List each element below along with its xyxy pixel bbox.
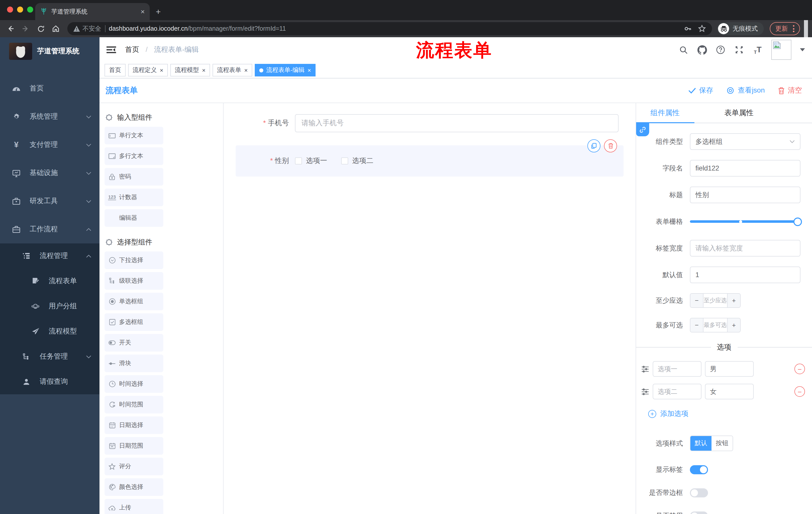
sidebar-item-payment[interactable]: ¥ 支付管理: [0, 131, 99, 159]
view-json-button[interactable]: 查看json: [726, 86, 765, 95]
component-item-switch[interactable]: 开关: [105, 334, 163, 352]
tag-process-model[interactable]: 流程模型×: [170, 64, 210, 77]
phone-input[interactable]: 请输入手机号: [295, 114, 618, 132]
increase-button[interactable]: +: [728, 318, 740, 332]
component-item-cascader[interactable]: 级联选择: [105, 272, 163, 290]
component-item-dropdown[interactable]: 下拉选择: [105, 251, 163, 269]
font-size-icon[interactable]: TT: [753, 45, 763, 55]
tag-process-form-edit[interactable]: 流程表单-编辑×: [255, 64, 316, 77]
gender-option-1[interactable]: 选项一: [295, 156, 327, 165]
increase-button[interactable]: +: [728, 294, 740, 307]
avatar[interactable]: [771, 40, 791, 60]
sidebar-item-task-mgmt[interactable]: 任务管理: [0, 344, 99, 369]
style-default-button[interactable]: 默认: [690, 436, 712, 451]
forward-icon[interactable]: [19, 22, 32, 35]
sidebar-item-system[interactable]: 系统管理: [0, 103, 99, 131]
sidebar-logo[interactable]: 芋道管理系统: [0, 37, 99, 65]
option-value-input[interactable]: 女: [705, 384, 754, 399]
remove-option-button[interactable]: −: [794, 363, 805, 374]
window-controls[interactable]: [7, 6, 33, 12]
close-icon[interactable]: ×: [244, 66, 248, 74]
search-icon[interactable]: [678, 45, 688, 55]
github-icon[interactable]: [697, 45, 707, 55]
sidebar-item-user-group[interactable]: 用户分组: [0, 294, 99, 319]
component-item-upload[interactable]: 上传: [105, 499, 163, 514]
component-item-time-range[interactable]: 时间范围: [105, 396, 163, 413]
close-window-button[interactable]: [7, 6, 13, 12]
component-item-multi-text[interactable]: 多行文本: [105, 147, 163, 165]
component-item-single-text[interactable]: 单行文本: [105, 127, 163, 144]
component-item-time-picker[interactable]: 时间选择: [105, 375, 163, 393]
border-switch[interactable]: [690, 488, 708, 497]
component-type-select[interactable]: 多选框组: [690, 133, 801, 150]
tab-form-props[interactable]: 表单属性: [710, 103, 768, 123]
component-item-editor[interactable]: 编辑器: [105, 209, 163, 227]
decrease-button[interactable]: −: [690, 318, 703, 332]
address-bar[interactable]: 不安全 dashboard.yudao.iocoder.cn/bpm/manag…: [67, 22, 712, 35]
option-label-input[interactable]: 选项二: [653, 384, 701, 399]
component-item-date-range[interactable]: 日期范围: [105, 437, 163, 455]
component-item-counter[interactable]: 123 计数器: [105, 189, 163, 206]
close-icon[interactable]: ×: [160, 66, 163, 74]
decrease-button[interactable]: −: [690, 294, 703, 307]
checkbox-icon[interactable]: [341, 157, 348, 164]
title-input[interactable]: 性别: [690, 187, 801, 203]
sidebar-item-devtools[interactable]: 研发工具: [0, 187, 99, 215]
new-tab-button[interactable]: +: [156, 7, 161, 17]
gender-option-2[interactable]: 选项二: [341, 156, 373, 165]
disabled-switch[interactable]: [690, 512, 708, 514]
drag-handle-icon[interactable]: [641, 388, 649, 395]
default-value-input[interactable]: 1: [690, 267, 801, 283]
maximize-window-button[interactable]: [27, 6, 33, 12]
form-canvas[interactable]: 手机号 请输入手机号 性别 选项一: [224, 103, 636, 514]
checkbox-icon[interactable]: [295, 157, 302, 164]
save-button[interactable]: 保存: [689, 86, 713, 95]
canvas-field-gender-selected[interactable]: 性别 选项一 选项二: [236, 145, 624, 177]
sidebar-item-workflow[interactable]: 工作流程: [0, 215, 99, 243]
clear-button[interactable]: 清空: [778, 86, 802, 95]
drag-handle-icon[interactable]: [641, 366, 649, 373]
max-select-input[interactable]: 最多可选: [703, 318, 728, 332]
home-icon[interactable]: [49, 22, 62, 35]
bookmark-star-icon[interactable]: [698, 25, 706, 33]
security-warning[interactable]: 不安全: [74, 24, 101, 33]
form-grid-slider[interactable]: [690, 220, 798, 223]
slider-handle[interactable]: [793, 217, 802, 226]
minimize-window-button[interactable]: [17, 6, 23, 12]
avatar-caret-icon[interactable]: [800, 48, 805, 51]
close-icon[interactable]: ×: [202, 66, 205, 74]
breadcrumb-home[interactable]: 首页: [125, 45, 139, 53]
component-item-color-picker[interactable]: 颜色选择: [105, 478, 163, 496]
browser-tab[interactable]: 芋道管理系统 ×: [35, 3, 150, 20]
show-label-switch[interactable]: [690, 465, 708, 474]
duplicate-component-button[interactable]: [587, 139, 601, 153]
field-name-input[interactable]: field122: [690, 160, 801, 177]
sidebar-item-home[interactable]: 首页: [0, 75, 99, 103]
key-icon[interactable]: [684, 25, 692, 33]
option-value-input[interactable]: 男: [705, 361, 754, 377]
component-item-radio-group[interactable]: 单选框组: [105, 293, 163, 310]
component-item-date-picker[interactable]: 日期选择: [105, 416, 163, 434]
tag-home[interactable]: 首页: [105, 64, 126, 77]
tag-process-definition[interactable]: 流程定义×: [128, 64, 168, 77]
min-select-input[interactable]: 至少应选: [703, 294, 728, 307]
fullscreen-icon[interactable]: [734, 45, 744, 55]
help-icon[interactable]: [716, 45, 726, 55]
sidebar-item-process-mgmt[interactable]: 流程管理: [0, 243, 99, 269]
tab-component-props[interactable]: 组件属性: [636, 103, 694, 123]
link-drawer-handle[interactable]: [636, 123, 649, 136]
browser-update-button[interactable]: 更新: [770, 22, 800, 35]
delete-component-button[interactable]: [604, 139, 617, 153]
style-button-button[interactable]: 按钮: [712, 436, 733, 451]
reload-icon[interactable]: [34, 22, 47, 35]
add-option-button[interactable]: + 添加选项: [648, 409, 812, 418]
sidebar-item-infra[interactable]: 基础设施: [0, 159, 99, 187]
tag-process-form[interactable]: 流程表单×: [212, 64, 252, 77]
component-item-checkbox-group[interactable]: 多选框组: [105, 313, 163, 331]
tab-close-icon[interactable]: ×: [141, 7, 145, 16]
component-item-password[interactable]: 密码: [105, 168, 163, 186]
sidebar-item-leave-query[interactable]: 请假查询: [0, 369, 99, 394]
browser-menu-icon[interactable]: [793, 25, 794, 32]
sidebar-item-process-form[interactable]: 流程表单: [0, 269, 99, 294]
sidebar-item-process-model[interactable]: 流程模型: [0, 319, 99, 344]
